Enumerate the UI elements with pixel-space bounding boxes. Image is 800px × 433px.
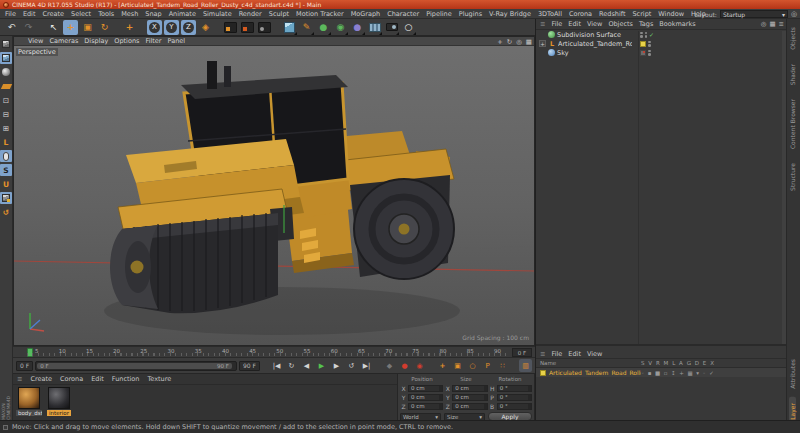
rotation-field[interactable]: 0 ° [497, 394, 532, 401]
model-mode-button[interactable] [0, 52, 12, 64]
material-menu-item[interactable]: Corona [60, 375, 83, 383]
key-button[interactable]: ◆ [383, 359, 396, 372]
viewport-menu-item[interactable]: Options [114, 37, 139, 45]
pan-icon[interactable]: + [497, 38, 502, 46]
texture-tag-icon[interactable] [640, 41, 646, 47]
menu-item[interactable]: Simulate [203, 10, 232, 18]
menu-item[interactable]: V-Ray Bridge [489, 10, 531, 18]
layer-toggle-icon[interactable]: ✓ [709, 370, 714, 376]
layer-toggle-icon[interactable]: ◦ [641, 370, 644, 376]
position-field[interactable]: 0 cm [408, 403, 443, 410]
material-menu-item[interactable]: Texture [147, 375, 171, 383]
om-menu-item[interactable]: Edit [568, 20, 581, 28]
zoom-icon[interactable]: ◎ [516, 38, 522, 46]
filter-icon[interactable]: ▦ [769, 20, 775, 28]
y-axis-lock-button[interactable]: Y [164, 20, 179, 35]
scale-tool[interactable]: ▣ [80, 20, 95, 35]
snap-button[interactable]: S [0, 164, 12, 176]
menu-item[interactable]: Create [42, 10, 64, 18]
viewport-menu-item[interactable]: Panel [168, 37, 186, 45]
layer-toggle-icon[interactable]: ◦ [702, 370, 705, 376]
lock-workplane-button[interactable] [0, 192, 12, 204]
material-menu-item[interactable]: Create [30, 375, 52, 383]
layer-toggle-icon[interactable]: + [679, 370, 684, 376]
viewport-solo-button[interactable] [0, 150, 12, 162]
panel-vertical-tab[interactable]: Content Browser [789, 93, 796, 155]
coordinate-system-button[interactable]: ◈ [198, 20, 213, 35]
layer-toggle-icon[interactable]: ▫ [664, 370, 668, 376]
menu-item[interactable]: Animate [169, 10, 196, 18]
size-field[interactable]: 0 cm [452, 403, 487, 410]
layer-toggle-icon[interactable]: ■ [655, 370, 660, 376]
axis-mode-button[interactable]: L [0, 136, 12, 148]
toggle-views-icon[interactable]: ▦ [526, 38, 532, 46]
material-thumbnail[interactable] [18, 387, 40, 409]
list-options-icon[interactable]: ≡ [779, 20, 784, 28]
rotation-field[interactable]: 0 ° [497, 403, 532, 410]
menu-item[interactable]: Sculpt [269, 10, 289, 18]
position-field[interactable]: 0 cm [408, 394, 443, 401]
generators-button[interactable]: ● [316, 20, 331, 35]
go-to-end-button[interactable]: ▶| [360, 359, 373, 372]
play-button[interactable]: ▶ [315, 359, 328, 372]
menu-item[interactable]: Plugins [459, 10, 482, 18]
play-cycle-button[interactable]: ↺ [345, 359, 358, 372]
menu-item[interactable]: Script [632, 10, 651, 18]
viewport-menu-item[interactable]: View [28, 37, 43, 45]
layer-menu-item[interactable]: File [551, 350, 562, 358]
previous-frame-button[interactable]: ◀ [300, 359, 313, 372]
texture-mode-button[interactable] [0, 66, 12, 78]
object-row-road-roller[interactable]: + L Articulated_Tandem_Road_Roller_Dusty [536, 39, 786, 48]
object-name[interactable]: Sky [557, 49, 569, 57]
menu-item[interactable]: Render [239, 10, 262, 18]
size-field[interactable]: 0 cm [452, 394, 487, 401]
layer-toggle-icon[interactable]: ▪ [648, 370, 652, 376]
layer-menu-item[interactable]: View [587, 350, 602, 358]
light-button[interactable]: ○ [401, 20, 416, 35]
object-name[interactable]: Subdivision Surface [557, 31, 621, 39]
autokey-button[interactable]: ◉ [413, 359, 426, 372]
panel-vertical-tab[interactable]: Structure [789, 157, 796, 197]
menu-item[interactable]: 3DToAll [538, 10, 562, 18]
undo-button[interactable]: ↶ [4, 20, 19, 35]
render-picture-viewer-button[interactable] [240, 20, 255, 35]
om-menu-item[interactable]: Tags [639, 20, 653, 28]
menu-item[interactable]: Window [658, 10, 684, 18]
object-row-sky[interactable]: Sky [536, 48, 786, 57]
layer-toggle-icon[interactable]: ▾ [696, 370, 699, 376]
points-mode-button[interactable]: ⊡ [0, 94, 12, 106]
om-menu-item[interactable]: Bookmarks [659, 20, 695, 28]
workplane-mode-button[interactable] [0, 80, 12, 92]
menu-item[interactable]: Select [71, 10, 91, 18]
record-parameter-toggle[interactable]: P [481, 359, 494, 372]
object-row-subdivision-surface[interactable]: Subdivision Surface ✓ [536, 30, 786, 39]
panel-vertical-tab[interactable]: Objects [789, 21, 796, 56]
panel-vertical-tab[interactable]: Shader [789, 58, 796, 91]
spline-pen-button[interactable]: ✎ [299, 20, 314, 35]
rotate-tool[interactable]: ↻ [97, 20, 112, 35]
search-icon[interactable]: ◎ [761, 20, 767, 28]
panel-vertical-tab[interactable]: Attributes [789, 353, 796, 395]
om-menu-item[interactable]: File [551, 20, 562, 28]
material-thumbnail[interactable] [48, 387, 70, 409]
last-tool-slot[interactable]: + [122, 20, 137, 35]
end-frame-field[interactable]: 90 F [239, 361, 260, 371]
menu-item[interactable]: MoGraph [351, 10, 381, 18]
render-settings-button[interactable] [257, 20, 272, 35]
record-scale-toggle[interactable]: ▣ [451, 359, 464, 372]
layer-color-swatch[interactable] [540, 370, 546, 376]
material-menu-item[interactable]: Function [112, 375, 140, 383]
material-item[interactable]: body_dst [16, 387, 42, 416]
record-button[interactable]: ● [398, 359, 411, 372]
burger-icon[interactable]: ≡ [540, 20, 545, 28]
record-position-toggle[interactable]: + [436, 359, 449, 372]
current-frame-field[interactable]: 0 F [16, 361, 33, 371]
menu-item[interactable]: Redshift [599, 10, 625, 18]
edges-mode-button[interactable]: ⊟ [0, 108, 12, 120]
redo-button[interactable]: ↷ [21, 20, 36, 35]
deformers-button[interactable]: ● [350, 20, 365, 35]
keyframe-selection-button[interactable]: ▥ [519, 359, 532, 372]
object-name[interactable]: Articulated_Tandem_Road_Roller_Dusty [558, 40, 632, 48]
material-menu-item[interactable]: Edit [91, 375, 104, 383]
om-menu-item[interactable]: Objects [608, 20, 633, 28]
